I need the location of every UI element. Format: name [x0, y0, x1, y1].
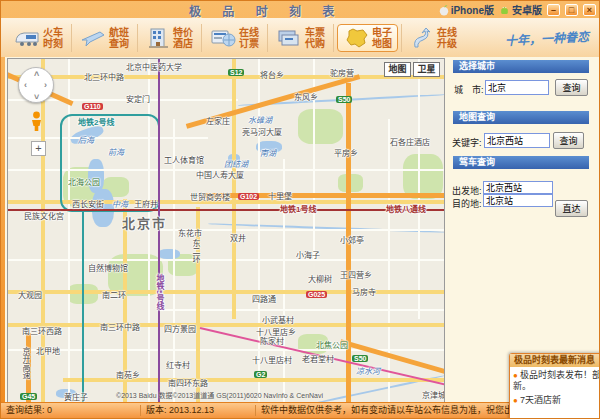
toolbar-item-online-booking[interactable]: 在线订票 [205, 25, 264, 51]
map-label: 世贸商务楼 [190, 191, 230, 202]
map-label: 大观园 [18, 289, 42, 300]
city-query-button[interactable]: 查询 [555, 79, 588, 96]
satellite-type-button[interactable]: 卫星 [413, 62, 440, 77]
map-label: 民族文化宫 [24, 210, 64, 221]
apple-icon [439, 4, 449, 16]
city-input[interactable] [485, 80, 549, 95]
app-title: 极 品 时 刻 表 [189, 2, 343, 19]
keyword-query-button[interactable]: 查询 [553, 132, 584, 149]
destination-field-label: 目的地: [452, 197, 482, 210]
road [68, 59, 70, 403]
map-label: 地铁八通线 [386, 203, 426, 214]
map-attribution: ©2013 Baidu 数据©2013道道通 GS(2011)6020 NavI… [116, 390, 323, 400]
map-label: 左家庄 [206, 115, 230, 126]
map-label: 自然博物馆 [88, 262, 128, 273]
map-label: 北京市 [122, 213, 167, 232]
road [8, 259, 445, 261]
map-label: 南三环中路 [100, 321, 140, 332]
origin-field-label: 出发地: [452, 184, 482, 197]
pan-right-icon[interactable]: › [44, 80, 47, 90]
map-label: G110 [82, 103, 103, 110]
map-canvas[interactable]: 北三环中路北京中医药大学安定门G110地铁2号线后海前海北海公园西长安街中海王府… [7, 58, 445, 403]
map-label: 北京中医药大学 [126, 61, 182, 72]
pan-up-icon[interactable]: ˄ [34, 69, 39, 79]
map-label: 中海 [112, 198, 128, 209]
map-label: 安定门 [126, 93, 150, 104]
map-label: 北焦公园 [316, 339, 348, 350]
status-result-count: 查询结果: 0 [1, 405, 141, 416]
map-label: 小武基村 [262, 314, 294, 325]
map-label: S50 [352, 355, 368, 362]
destination-input[interactable] [483, 194, 553, 207]
map-label: 前海 [108, 146, 124, 157]
toolbar-item-hotel-deals[interactable]: 特价酒店 [141, 25, 198, 51]
map-label: 王府井 [134, 198, 158, 209]
map-label: 陈家村 [260, 335, 284, 346]
ring-road [232, 59, 236, 319]
toolbar: 火车时刻 航班查询 特价酒店 在线订票 车票代购 电子地图 在线 [1, 18, 599, 57]
road [418, 59, 420, 319]
keyword-input[interactable] [484, 133, 550, 148]
park-area [298, 109, 343, 144]
news-popup[interactable]: 极品时刻表最新消息 极品时刻表发布！部分列车次更新。7天酒店新 [509, 353, 600, 419]
toolbar-item-e-map[interactable]: 电子地图 [337, 24, 398, 52]
map-label: 中国人寿大厦 [196, 169, 244, 180]
map-label: 十八里店村 [252, 354, 292, 365]
pan-down-icon[interactable]: ˅ [34, 92, 39, 102]
section-header-city-select: 选择城市 [453, 60, 589, 73]
pegman-icon[interactable] [30, 111, 43, 137]
android-version-link[interactable]: 安卓版 [499, 2, 542, 17]
upgrade-icon [410, 27, 434, 49]
map-label: 四方景园 [164, 323, 196, 334]
android-icon [499, 4, 510, 16]
news-item: 极品时刻表发布！部分列车次更新。 [513, 370, 600, 392]
zoom-in-button[interactable]: + [31, 141, 46, 156]
toolbar-item-train-schedule[interactable]: 火车时刻 [9, 25, 68, 51]
brand-slogan: 十年，一种眷恋 [505, 27, 590, 48]
map-label: 黄庄子 [64, 391, 88, 402]
ring-road [8, 323, 445, 327]
map-label: 京开高速 [20, 347, 31, 379]
toolbar-item-ticket-agent[interactable]: 车票代购 [271, 25, 330, 51]
map-type-button[interactable]: 地图 [384, 62, 411, 77]
direct-route-button[interactable]: 直达 [555, 200, 588, 217]
map-label: 南湖 [260, 147, 276, 158]
map-label: 东花市 [178, 227, 202, 238]
map-label: S50 [336, 96, 352, 103]
toolbar-item-flight-search[interactable]: 航班查询 [75, 25, 134, 51]
road [158, 309, 445, 311]
hotel-icon [146, 27, 170, 49]
iphone-version-link[interactable]: iPhone版 [439, 2, 494, 17]
map-type-switch: 地图 卫星 [384, 62, 440, 77]
toolbar-separator [71, 24, 72, 52]
status-version: 版本: 2013.12.13 [141, 405, 256, 416]
toolbar-item-online-upgrade[interactable]: 在线升级 [405, 25, 462, 51]
map-label: 西长安街 [72, 198, 104, 209]
pan-left-icon[interactable]: ‹ [24, 80, 27, 90]
map-label: 小郊亭 [340, 234, 364, 245]
water-area [158, 249, 180, 259]
map-pan-control[interactable]: ˄ ˅ ‹ › [18, 67, 54, 103]
side-panel: 选择城市 城 市: 查询 地图查询 关键字: 查询 驾车查询 出发地: 目的地:… [447, 57, 599, 404]
maximize-button[interactable]: □ [565, 4, 578, 16]
map-label: 京津城际 [422, 389, 445, 400]
map-label: 团结湖 [224, 158, 248, 169]
map-label: 老君堂村 [302, 353, 334, 364]
toolbar-separator [401, 24, 402, 52]
map-label: S12 [228, 69, 244, 76]
map-label: 水碓湖 [248, 114, 272, 125]
map-label: 双井 [230, 232, 246, 243]
toolbar-separator [267, 24, 268, 52]
booking-icon [210, 27, 236, 49]
road [258, 59, 260, 403]
map-label: 北海公园 [68, 176, 100, 187]
minimize-button[interactable]: – [547, 4, 560, 16]
close-button[interactable]: × [583, 4, 596, 16]
section-header-map-search: 地图查询 [453, 111, 589, 124]
map-label: 王四营乡 [340, 269, 372, 280]
ring-road [8, 290, 445, 294]
news-popup-body: 极品时刻表发布！部分列车次更新。7天酒店新 [510, 367, 600, 412]
map-label: 大柳树 [308, 273, 332, 284]
origin-input[interactable] [483, 181, 553, 194]
news-item: 7天酒店新 [513, 395, 600, 406]
